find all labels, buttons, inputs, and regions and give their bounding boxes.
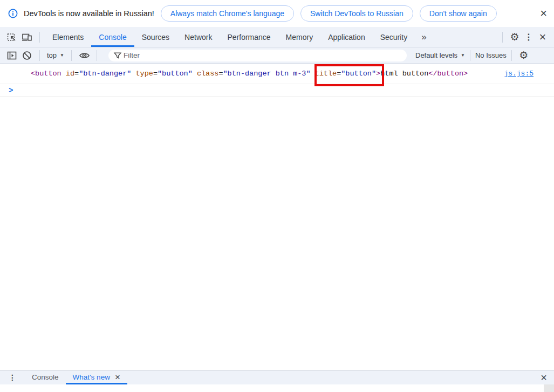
code-token: "btn-danger" bbox=[79, 70, 131, 78]
code-token: = bbox=[74, 70, 79, 78]
tab-sources[interactable]: Sources bbox=[134, 27, 177, 47]
drawer-toolbar: ⋮ Console What's new × × bbox=[0, 370, 554, 384]
filter-funnel-icon bbox=[113, 51, 122, 60]
code-token: id bbox=[61, 70, 74, 78]
console-messages-area: <button id="btn-danger" type="button" cl… bbox=[0, 64, 554, 370]
info-icon bbox=[8, 8, 18, 19]
toolbar-separator bbox=[97, 50, 97, 61]
toolbar-separator bbox=[71, 50, 72, 61]
more-tabs-icon[interactable]: » bbox=[415, 27, 433, 47]
notification-close-icon[interactable]: × bbox=[540, 8, 547, 19]
console-settings-gear-icon[interactable]: ⚙ bbox=[517, 49, 531, 63]
clear-console-icon[interactable] bbox=[19, 48, 35, 63]
panel-tabs: Elements Console Sources Network Perform… bbox=[45, 27, 433, 47]
code-token: > bbox=[376, 70, 380, 78]
chevron-down-icon: ▼ bbox=[60, 53, 64, 58]
toolbar-right-controls: ⚙ ⋮ × bbox=[497, 27, 554, 47]
notification-bar: DevTools is now available in Russian! Al… bbox=[0, 0, 554, 27]
code-token: = bbox=[218, 70, 223, 78]
filter-input-box bbox=[108, 50, 407, 61]
source-location-link[interactable]: js.js:5 bbox=[504, 70, 534, 78]
dont-show-again-button[interactable]: Don't show again bbox=[420, 5, 497, 22]
code-token: title bbox=[311, 70, 337, 78]
toolbar-separator bbox=[502, 32, 503, 43]
drawer-tab-label: What's new bbox=[73, 373, 110, 381]
log-levels-dropdown[interactable]: Default levels ▼ bbox=[415, 51, 465, 59]
code-token: </button> bbox=[428, 70, 468, 78]
tab-elements[interactable]: Elements bbox=[45, 27, 91, 47]
toolbar-separator bbox=[470, 50, 470, 61]
always-match-language-button[interactable]: Always match Chrome's language bbox=[161, 5, 294, 22]
notification-message: DevTools is now available in Russian! bbox=[24, 9, 154, 18]
scrollbar-corner bbox=[544, 384, 554, 392]
code-token: "button" bbox=[341, 70, 376, 78]
code-token: type bbox=[131, 70, 153, 78]
tab-application[interactable]: Application bbox=[320, 27, 373, 47]
tab-console[interactable]: Console bbox=[91, 27, 134, 47]
tab-memory[interactable]: Memory bbox=[278, 27, 321, 47]
code-token: <button bbox=[31, 70, 61, 78]
code-token: class bbox=[193, 70, 219, 78]
tab-close-icon[interactable]: × bbox=[115, 373, 120, 382]
code-token: html button bbox=[380, 70, 428, 78]
toolbar-separator bbox=[39, 50, 40, 61]
switch-devtools-russian-button[interactable]: Switch DevTools to Russian bbox=[300, 5, 413, 22]
tab-network[interactable]: Network bbox=[177, 27, 220, 47]
log-levels-label: Default levels bbox=[415, 51, 457, 59]
drawer-content-strip bbox=[0, 384, 554, 392]
live-expression-eye-icon[interactable] bbox=[77, 48, 92, 63]
console-toolbar: top ▼ Default levels ▼ No Issues ⚙ bbox=[0, 47, 554, 64]
customize-menu-icon[interactable]: ⋮ bbox=[522, 30, 536, 44]
settings-gear-icon[interactable]: ⚙ bbox=[508, 30, 522, 44]
code-token: "btn-danger btn m-3" bbox=[223, 70, 311, 78]
drawer-close-icon[interactable]: × bbox=[541, 372, 547, 383]
toolbar-separator bbox=[39, 32, 40, 43]
inspect-element-icon[interactable] bbox=[4, 30, 19, 45]
console-log-message: <button id="btn-danger" type="button" cl… bbox=[0, 64, 554, 84]
console-prompt-row[interactable]: > bbox=[0, 84, 554, 97]
chevron-down-icon: ▼ bbox=[461, 53, 465, 58]
toolbar-separator bbox=[511, 50, 512, 61]
close-devtools-icon[interactable]: × bbox=[536, 30, 550, 44]
context-selector[interactable]: top ▼ bbox=[45, 51, 66, 59]
main-toolbar: Elements Console Sources Network Perform… bbox=[0, 27, 554, 47]
device-toolbar-icon[interactable] bbox=[19, 30, 35, 45]
filter-input[interactable] bbox=[122, 51, 402, 60]
context-selector-label: top bbox=[47, 51, 57, 59]
tab-security[interactable]: Security bbox=[373, 27, 415, 47]
drawer-tab-label: Console bbox=[32, 373, 59, 381]
issues-counter[interactable]: No Issues bbox=[475, 51, 507, 59]
code-token: = bbox=[153, 70, 158, 78]
drawer-tab-console[interactable]: Console bbox=[25, 370, 66, 384]
drawer-menu-icon[interactable]: ⋮ bbox=[9, 373, 16, 382]
tab-performance[interactable]: Performance bbox=[220, 27, 278, 47]
code-token: "button" bbox=[158, 70, 193, 78]
drawer-tab-whats-new[interactable]: What's new × bbox=[66, 370, 127, 384]
prompt-chevron-icon: > bbox=[9, 86, 13, 95]
code-token: = bbox=[337, 70, 341, 78]
console-sidebar-icon[interactable] bbox=[4, 48, 19, 63]
